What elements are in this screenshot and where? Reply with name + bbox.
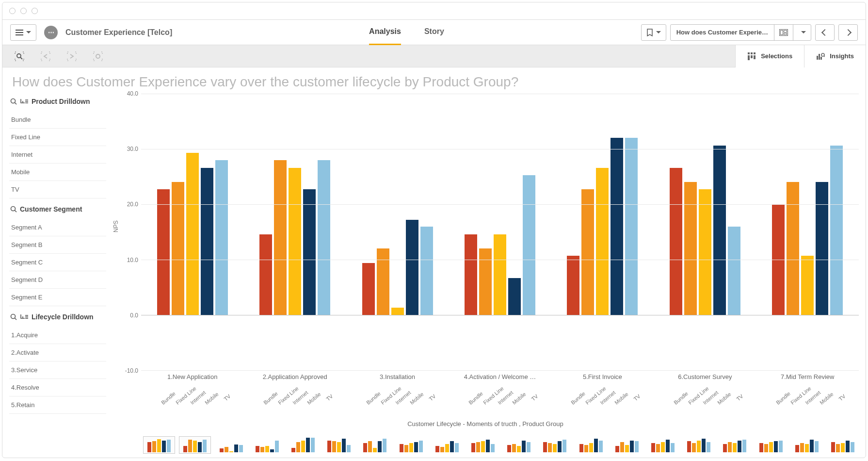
mini-group[interactable] bbox=[791, 436, 823, 454]
mini-group[interactable] bbox=[827, 436, 859, 454]
mini-group[interactable] bbox=[287, 436, 319, 454]
insights-button[interactable]: Insights bbox=[804, 45, 866, 67]
bar[interactable] bbox=[289, 168, 301, 315]
bar[interactable] bbox=[713, 146, 726, 315]
bar[interactable] bbox=[670, 168, 682, 315]
mini-group[interactable] bbox=[647, 436, 679, 454]
bookmarks-button[interactable] bbox=[641, 24, 666, 41]
filter-item[interactable]: Segment B bbox=[9, 236, 106, 254]
filter-item[interactable]: Segment A bbox=[9, 219, 106, 236]
prev-sheet-button[interactable] bbox=[815, 24, 835, 41]
filter-item[interactable]: Segment D bbox=[9, 271, 106, 289]
nav-menu-button[interactable] bbox=[10, 24, 36, 41]
filter-item[interactable]: 2.Activate bbox=[9, 344, 106, 362]
tab-story[interactable]: Story bbox=[424, 20, 444, 45]
filter-item[interactable]: Mobile bbox=[9, 164, 106, 181]
filter-item[interactable]: Fixed Line bbox=[9, 129, 106, 146]
bar[interactable] bbox=[186, 153, 199, 315]
bar[interactable] bbox=[406, 220, 418, 315]
mini-group[interactable] bbox=[539, 436, 571, 454]
filter-item[interactable]: Internet bbox=[9, 146, 106, 164]
bar[interactable] bbox=[801, 256, 814, 315]
bar[interactable] bbox=[728, 227, 740, 315]
mini-bar bbox=[234, 445, 238, 452]
sheet-dropdown[interactable]: How does Customer Experie… bbox=[670, 24, 811, 41]
bar[interactable] bbox=[157, 189, 170, 315]
bar[interactable] bbox=[201, 168, 213, 315]
filter-item[interactable]: 4.Resolve bbox=[9, 379, 106, 396]
bar[interactable] bbox=[215, 160, 228, 315]
bar[interactable] bbox=[377, 248, 389, 315]
mini-bar bbox=[291, 448, 295, 452]
bar-group bbox=[756, 94, 859, 370]
chart-area[interactable]: NPS -10.00.010.020.030.040.0 bbox=[112, 94, 859, 371]
mini-group[interactable] bbox=[431, 436, 463, 454]
filter-item[interactable]: TV bbox=[9, 181, 106, 198]
bar[interactable] bbox=[362, 263, 375, 315]
svg-rect-11 bbox=[751, 55, 753, 58]
window-min-dot[interactable] bbox=[20, 8, 27, 14]
bar[interactable] bbox=[318, 160, 330, 315]
filter-item[interactable]: 1.Acquire bbox=[9, 327, 106, 344]
bar[interactable] bbox=[479, 248, 492, 315]
step-forward-button[interactable] bbox=[64, 49, 79, 64]
bar[interactable] bbox=[259, 234, 272, 315]
window-close-dot[interactable] bbox=[9, 8, 16, 14]
step-back-button[interactable] bbox=[38, 49, 53, 64]
mini-group[interactable] bbox=[323, 436, 355, 454]
mini-group[interactable] bbox=[467, 436, 499, 454]
selections-tool-button[interactable]: Selections bbox=[735, 45, 804, 67]
bar[interactable] bbox=[420, 227, 433, 315]
bar[interactable] bbox=[508, 278, 521, 315]
mini-group[interactable] bbox=[683, 436, 715, 454]
bar[interactable] bbox=[303, 189, 316, 315]
drilldown-icon bbox=[20, 313, 29, 320]
bar[interactable] bbox=[581, 189, 594, 315]
filter-item[interactable]: Bundle bbox=[9, 111, 106, 129]
next-sheet-button[interactable] bbox=[838, 24, 858, 41]
bar[interactable] bbox=[274, 160, 287, 315]
main-content: Product DrilldownBundleFixed LineInterne… bbox=[2, 94, 866, 458]
window-max-dot[interactable] bbox=[32, 8, 38, 14]
bar[interactable] bbox=[684, 182, 697, 315]
filter-panel-header-product[interactable]: Product Drilldown bbox=[9, 94, 106, 108]
mini-group[interactable] bbox=[143, 436, 175, 454]
tab-analysis[interactable]: Analysis bbox=[369, 20, 401, 45]
bar[interactable] bbox=[465, 234, 477, 315]
mini-group[interactable] bbox=[359, 436, 391, 454]
filter-panel-header-lifecycle[interactable]: Lifecycle Drilldown bbox=[9, 309, 106, 324]
bar[interactable] bbox=[699, 189, 711, 315]
bar[interactable] bbox=[391, 308, 404, 315]
mini-group[interactable] bbox=[503, 436, 535, 454]
filter-item[interactable]: Segment C bbox=[9, 254, 106, 271]
mini-group[interactable] bbox=[755, 436, 787, 454]
smart-search-button[interactable] bbox=[12, 49, 27, 64]
mini-group[interactable] bbox=[215, 436, 247, 454]
mini-group[interactable] bbox=[395, 436, 427, 454]
mini-group[interactable] bbox=[611, 436, 643, 454]
filter-item[interactable]: 3.Service bbox=[9, 362, 106, 379]
bar[interactable] bbox=[172, 182, 184, 315]
mini-bar bbox=[167, 440, 171, 452]
clear-selections-button[interactable] bbox=[91, 49, 105, 64]
mini-group[interactable] bbox=[251, 436, 283, 454]
bar[interactable] bbox=[625, 138, 638, 315]
bar[interactable] bbox=[611, 138, 623, 315]
mini-group[interactable] bbox=[179, 436, 211, 454]
bar[interactable] bbox=[494, 234, 506, 315]
mini-group[interactable] bbox=[575, 436, 607, 454]
caret-down-icon bbox=[26, 29, 31, 36]
bar[interactable] bbox=[523, 175, 535, 315]
filter-item[interactable]: Segment E bbox=[9, 289, 106, 306]
mini-group[interactable] bbox=[719, 436, 751, 454]
bar[interactable] bbox=[816, 182, 828, 315]
chevron-right-icon bbox=[845, 29, 852, 35]
bar[interactable] bbox=[830, 146, 843, 315]
filter-item[interactable]: 5.Retain bbox=[9, 396, 106, 414]
chart-navigator[interactable] bbox=[112, 430, 859, 454]
bar[interactable] bbox=[596, 168, 609, 315]
filter-panel-header-segment[interactable]: Customer Segment bbox=[9, 201, 106, 216]
bar[interactable] bbox=[787, 182, 799, 315]
bar[interactable] bbox=[567, 256, 579, 315]
x-category-label: 5.First Invoice bbox=[551, 373, 654, 380]
